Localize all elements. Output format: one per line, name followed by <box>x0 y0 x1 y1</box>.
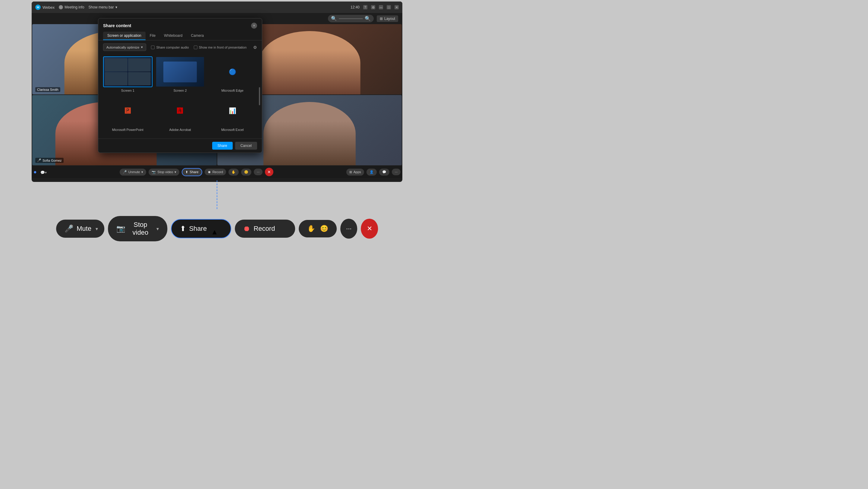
participants-icon: 👤 <box>370 170 374 174</box>
app-chrome-thumb[interactable]: 🌐 Google Chrome <box>103 135 153 139</box>
rec-small-icon: ⏺ <box>208 170 211 174</box>
show-menu-bar-label: Show menu bar <box>89 5 114 9</box>
modal-options-bar: Automatically optimize ▾ Share computer … <box>98 40 262 54</box>
app-toolbar: ● 💬▾ 🎤 Unmute ▾ 📷 Stop video ▾ ⬆ Share ⏺… <box>32 166 402 178</box>
share-audio-option[interactable]: Share computer audio <box>151 46 189 49</box>
more-button[interactable]: ··· <box>254 169 262 175</box>
mic-small-icon: 🎤 <box>123 170 127 174</box>
app-webex-preview[interactable]: 💻 <box>208 135 257 139</box>
more-large-button[interactable]: ··· <box>340 219 357 239</box>
more-large-icon: ··· <box>346 225 351 233</box>
search-bar[interactable]: 🔍 🔍 <box>328 15 374 22</box>
screens-grid: Screen 1 Screen 2 🔵 <box>98 54 262 139</box>
mute-large-button[interactable]: 🎤 Mute ▾ <box>56 220 104 238</box>
app-acrobat-visual: 🅰 <box>156 96 204 125</box>
app-webex-thumb[interactable]: 💻 Webex <box>208 135 257 139</box>
app-word-visual: 📝 <box>156 135 204 139</box>
participant-3-name-text: Sofia Gomez <box>42 159 62 162</box>
optimize-label: Automatically optimize <box>106 46 139 49</box>
app-chrome-preview[interactable]: 🌐 <box>103 135 153 139</box>
powerpoint-icon: 🅿 <box>125 107 131 114</box>
app-edge-preview[interactable]: 🔵 <box>208 56 257 87</box>
share-audio-checkbox[interactable] <box>151 46 155 49</box>
hand-icon: ✋ <box>231 170 236 174</box>
show-me-option[interactable]: Show me in front of presentation <box>194 46 247 49</box>
app-word-preview[interactable]: 📝 <box>156 135 205 139</box>
search-slider[interactable] <box>339 19 363 19</box>
webex-logo: W Webex <box>35 4 55 10</box>
hand-reaction-button[interactable]: ✋ <box>228 169 239 176</box>
participants-button[interactable]: 👤 <box>367 169 377 176</box>
screen-1-preview[interactable] <box>103 56 153 87</box>
modal-share-button[interactable]: Share <box>212 142 233 150</box>
app-edge-thumb[interactable]: 🔵 Microsoft Edge <box>208 56 257 92</box>
app-acrobat-preview[interactable]: 🅰 <box>156 95 205 126</box>
screen-1-thumb[interactable]: Screen 1 <box>103 56 153 92</box>
share-button[interactable]: ⬆ Share <box>182 168 202 176</box>
end-call-large-button[interactable]: ✕ <box>361 219 378 239</box>
close-button[interactable]: ✕ <box>395 5 399 9</box>
scroll-indicator <box>259 87 260 105</box>
tab-camera[interactable]: Camera <box>187 32 208 40</box>
unmute-button[interactable]: 🎤 Unmute ▾ <box>120 169 147 176</box>
title-bar: W Webex i Meeting info Show menu bar ▾ 1… <box>32 1 402 13</box>
tab-screen-application[interactable]: Screen or application <box>103 32 146 40</box>
app-edge-label: Microsoft Edge <box>221 89 243 92</box>
time-display: 12:40 <box>350 5 360 9</box>
app-window: W Webex i Meeting info Show menu bar ▾ 1… <box>32 1 402 182</box>
grid-icon: ⊞ <box>380 17 383 21</box>
share-large-label: Share <box>189 225 207 233</box>
emoji-large-icon[interactable]: 😊 <box>318 225 331 233</box>
emoji-button[interactable]: 😊 <box>241 169 251 176</box>
screen-2-label: Screen 2 <box>173 89 187 92</box>
app-excel-preview[interactable]: 📊 <box>208 95 257 126</box>
stop-video-button[interactable]: 📷 Stop video ▾ <box>149 169 179 176</box>
chat-button[interactable]: 💬 <box>379 169 390 176</box>
app-excel-thumb[interactable]: 📊 Microsoft Excel <box>208 95 257 131</box>
maximize-button[interactable]: □ <box>387 5 391 9</box>
tab-file-label: File <box>150 33 156 38</box>
hand-large-icon[interactable]: ✋ <box>305 225 318 233</box>
stop-video-large-button[interactable]: 📷 Stop video ▾ <box>108 216 167 241</box>
tab-whiteboard[interactable]: Whiteboard <box>160 32 187 40</box>
tab-screen-label: Screen or application <box>107 33 141 38</box>
minimize-button[interactable]: — <box>379 5 383 9</box>
settings-icon[interactable]: ⚙ <box>371 5 375 9</box>
app-ppt-thumb[interactable]: 🅿 Microsoft PowerPoint <box>103 95 153 131</box>
end-call-button[interactable]: ✕ <box>265 168 273 176</box>
toolbar-more-button[interactable]: ··· <box>392 169 401 175</box>
screen-2-thumb[interactable]: Screen 2 <box>156 56 205 92</box>
mini-cell-2 <box>128 58 151 71</box>
optimize-dropdown[interactable]: Automatically optimize ▾ <box>103 44 146 51</box>
show-menu-bar-btn[interactable]: Show menu bar ▾ <box>89 5 117 9</box>
share-large-button[interactable]: ⬆ Share <box>171 219 231 238</box>
settings-gear-icon[interactable]: ⚙ <box>253 45 257 50</box>
participant-2-video <box>259 31 361 94</box>
chevron-icon-2: ▾ <box>175 170 176 174</box>
record-large-button[interactable]: ⏺ Record <box>235 220 295 238</box>
modal-cancel-button[interactable]: Cancel <box>235 142 257 150</box>
screen-1-content <box>104 57 152 87</box>
dropdown-chevron-icon: ▾ <box>141 45 143 49</box>
tab-file[interactable]: File <box>146 32 160 40</box>
apps-icon: ⊞ <box>349 170 352 174</box>
meeting-info-btn[interactable]: i Meeting info <box>59 5 84 9</box>
layout-button[interactable]: ⊞ Layout <box>377 16 398 22</box>
modal-title: Share content <box>103 23 131 28</box>
show-me-checkbox[interactable] <box>194 46 197 49</box>
mute-large-label: Mute <box>76 225 91 233</box>
app-ppt-preview[interactable]: 🅿 <box>103 95 153 126</box>
app-acrobat-label: Adobe Acrobat <box>169 128 191 132</box>
modal-close-button[interactable]: × <box>251 23 257 29</box>
app-acrobat-thumb[interactable]: 🅰 Adobe Acrobat <box>156 95 205 131</box>
screen-2-preview[interactable] <box>156 56 205 87</box>
mini-cell-4 <box>128 72 151 85</box>
cancel-btn-label: Cancel <box>241 144 252 148</box>
app-word-thumb[interactable]: 📝 Microsoft Word <box>156 135 205 139</box>
mic-large-icon: 🎤 <box>64 225 73 233</box>
apps-button[interactable]: ⊞ Apps <box>346 169 364 176</box>
record-button[interactable]: ⏺ Record <box>205 169 226 175</box>
share-content-modal: Share content × Screen or application Fi… <box>98 18 262 153</box>
help-button[interactable]: ? <box>363 5 367 9</box>
bottom-bar: 🎤 Mute ▾ 📷 Stop video ▾ ⬆ Share ⏺ Record… <box>56 216 378 241</box>
